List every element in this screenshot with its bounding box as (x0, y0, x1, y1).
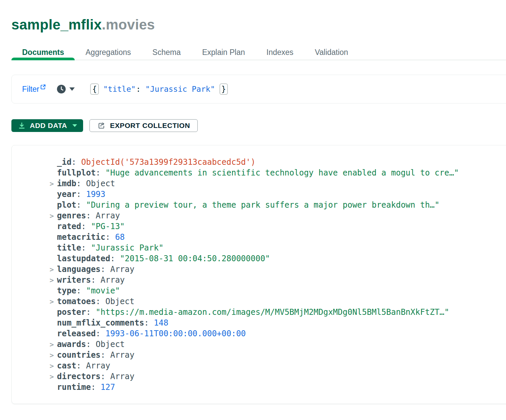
key-colon: : (96, 329, 106, 338)
add-data-label: ADD DATA (30, 122, 67, 130)
document-field-row: >tomatoes: Object (50, 296, 506, 307)
key-colon: : (101, 350, 110, 360)
key-colon: : (86, 211, 96, 220)
expand-chevron-icon[interactable]: > (50, 264, 57, 275)
field-key: metacritic (57, 232, 106, 242)
field-value: Object (106, 297, 135, 306)
expand-chevron-icon[interactable]: > (50, 371, 57, 382)
export-collection-label: EXPORT COLLECTION (110, 122, 190, 130)
tab-indexes[interactable]: Indexes (256, 45, 304, 60)
field-key: writers (57, 275, 91, 285)
key-colon: : (86, 307, 96, 317)
key-colon: : (101, 372, 110, 381)
tab-validation[interactable]: Validation (304, 45, 359, 60)
caret-down-icon (69, 87, 75, 91)
field-key: year (57, 190, 76, 199)
key-colon: : (110, 254, 120, 263)
field-value: "https://m.media-amazon.com/images/M/MV5… (96, 307, 449, 317)
document-field-row: _id: ObjectId('573a1399f29313caabcedc5d'… (50, 157, 506, 167)
document-field-row: num_mflix_comments: 148 (50, 318, 506, 328)
document-field-list: _id: ObjectId('573a1399f29313caabcedc5d'… (50, 157, 506, 393)
document-field-row: >writers: Array (50, 275, 506, 285)
caret-down-icon (72, 124, 77, 127)
expand-chevron-icon[interactable]: > (50, 179, 57, 189)
document-field-row: released: 1993-06-11T00:00:00.000+00:00 (50, 328, 506, 339)
tab-documents[interactable]: Documents (11, 45, 75, 60)
query-colon: : (136, 85, 141, 93)
collection-tabs: DocumentsAggregationsSchemaExplain PlanI… (11, 45, 506, 60)
field-value: Array (110, 265, 134, 274)
key-colon: : (81, 243, 91, 253)
field-value: ObjectId('573a1399f29313caabcedc5d') (81, 157, 255, 167)
expand-chevron-icon[interactable]: > (50, 350, 57, 360)
field-value: "During a preview tour, a theme park suf… (86, 200, 440, 210)
field-key: num_mflix_comments (57, 318, 144, 328)
export-collection-button[interactable]: EXPORT COLLECTION (89, 119, 198, 132)
document-field-row: lastupdated: "2015-08-31 00:04:50.280000… (50, 253, 506, 264)
expand-chevron-icon[interactable]: > (50, 275, 57, 285)
tab-schema[interactable]: Schema (142, 45, 191, 60)
namespace-dot: . (102, 17, 106, 32)
field-key: type (57, 286, 76, 295)
query-value: "Jurassic Park" (145, 85, 215, 93)
field-key: poster (57, 307, 86, 317)
key-colon: : (91, 382, 101, 392)
filter-query-input[interactable]: { "title" : "Jurassic Park" } (90, 83, 228, 95)
key-colon: : (96, 168, 106, 178)
field-value: Array (110, 350, 134, 360)
collection-name: movies (106, 17, 155, 32)
field-key: rated (57, 222, 81, 231)
field-key: lastupdated (57, 254, 110, 263)
clock-icon (57, 84, 66, 94)
field-key: directors (57, 372, 101, 381)
field-key: _id (57, 157, 71, 167)
key-colon: : (71, 157, 81, 167)
key-colon: : (106, 232, 115, 242)
document-field-row: plot: "During a preview tour, a theme pa… (50, 200, 506, 210)
field-value: 1993 (86, 190, 106, 199)
expand-chevron-icon[interactable]: > (50, 361, 57, 371)
field-value: 1993-06-11T00:00:00.000+00:00 (106, 329, 246, 338)
field-key: cast (57, 361, 76, 370)
field-key: fullplot (57, 168, 96, 178)
document-field-row: >directors: Array (50, 371, 506, 382)
field-value: Array (96, 211, 120, 220)
field-value: 68 (115, 232, 125, 242)
field-key: countries (57, 350, 101, 360)
field-value: 127 (101, 382, 115, 392)
document-field-row: >awards: Object (50, 339, 506, 350)
field-key: awards (57, 340, 86, 349)
query-bar: Filter { "title" : "Jurassic Park" } (11, 75, 506, 103)
document-field-row: type: "movie" (50, 285, 506, 296)
document-field-row: poster: "https://m.media-amazon.com/imag… (50, 307, 506, 318)
expand-chevron-icon[interactable]: > (50, 339, 57, 350)
key-colon: : (76, 179, 86, 188)
key-colon: : (76, 200, 86, 210)
key-colon: : (76, 190, 86, 199)
document-field-row: >imdb: Object (50, 178, 506, 189)
key-colon: : (144, 318, 154, 328)
expand-chevron-icon[interactable]: > (50, 211, 57, 221)
filter-link[interactable]: Filter (22, 85, 46, 94)
tab-explain-plan[interactable]: Explain Plan (191, 45, 256, 60)
add-data-button[interactable]: ADD DATA (11, 119, 83, 132)
database-name: sample_mflix (11, 17, 102, 32)
key-colon: : (101, 265, 110, 274)
field-value: "PG-13" (91, 222, 125, 231)
query-history-button[interactable] (57, 84, 75, 94)
field-key: plot (57, 200, 76, 210)
field-value: "Huge advancements in scientific technol… (106, 168, 459, 178)
document-field-row: >genres: Array (50, 210, 506, 221)
key-colon: : (76, 361, 86, 370)
expand-chevron-icon[interactable]: > (50, 296, 57, 307)
key-colon: : (96, 297, 106, 306)
key-colon: : (91, 275, 101, 285)
field-value: Array (86, 361, 110, 370)
document-field-row: fullplot: "Huge advancements in scientif… (50, 167, 506, 178)
document-field-row: year: 1993 (50, 189, 506, 200)
field-key: languages (57, 265, 101, 274)
tab-aggregations[interactable]: Aggregations (75, 45, 142, 60)
collection-page: sample_mflix.movies DocumentsAggregation… (0, 17, 506, 404)
document-card: _id: ObjectId('573a1399f29313caabcedc5d'… (11, 145, 506, 404)
document-field-row: title: "Jurassic Park" (50, 242, 506, 253)
